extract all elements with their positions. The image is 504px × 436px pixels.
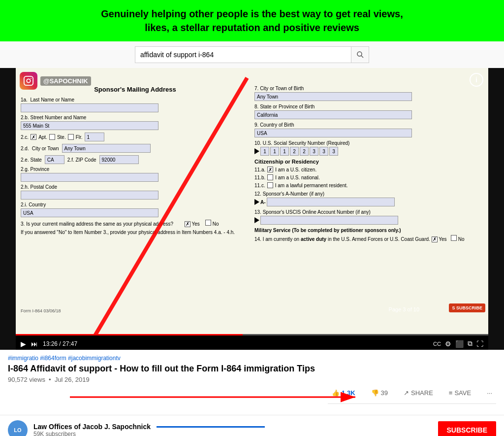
anumber-triangle	[254, 199, 259, 205]
svg-line-1	[361, 56, 363, 58]
perm-resident-checkbox	[267, 182, 273, 188]
insta-handle: @SAPOCHNIK	[40, 76, 91, 86]
military-no-checkbox	[451, 235, 457, 241]
military-label: Military Service (To be completed by pet…	[254, 228, 483, 233]
save-button[interactable]: ≡ SAVE	[445, 387, 475, 399]
play-button[interactable]: ▶	[21, 340, 26, 348]
uscis-triangle	[254, 217, 259, 223]
search-icon	[356, 51, 364, 59]
like-button[interactable]: 👍 1.3K	[328, 387, 359, 399]
video-controls-bar: ▶ ⏭ 13:26 / 27:47 CC ⚙ ⬛ ⧉ ⛶	[16, 337, 488, 350]
progress-bar-container[interactable]	[16, 334, 488, 335]
video-section: @SAPOCHNIK i Sponsor's Mailing Address 1…	[16, 68, 488, 350]
form-left: Sponsor's Mailing Address 1a. Last Name …	[21, 86, 250, 329]
next-button[interactable]: ⏭	[31, 340, 38, 348]
zip-value: 92000	[99, 155, 139, 164]
search-bar-row	[0, 41, 504, 68]
hashtags-top: #immigratio #i864form #jacobimmigrationt…	[8, 355, 496, 362]
theater-button[interactable]: ⬛	[455, 340, 464, 348]
search-input[interactable]	[135, 46, 351, 63]
video-frame: @SAPOCHNIK i Sponsor's Mailing Address 1…	[16, 68, 488, 334]
citizenship-label: Citizenship or Residency	[254, 159, 483, 165]
apt-checkbox: ✗	[31, 134, 36, 140]
no-checkbox	[205, 220, 211, 226]
timestamp: 13:26 / 27:47	[43, 340, 77, 347]
birth-state-value: California	[254, 110, 412, 119]
form-content: Sponsor's Mailing Address 1a. Last Name …	[16, 68, 488, 334]
country-value: USA	[21, 208, 158, 217]
city-value: Any Town	[62, 144, 151, 153]
search-button[interactable]	[351, 46, 369, 63]
page-indicator: Page 3 of 10	[389, 306, 419, 312]
video-title: I-864 Affidavit of support - How to fill…	[8, 364, 496, 374]
state-value: CA	[45, 155, 64, 164]
ssn-boxes: 1 1 1 2 2 3 3 3	[260, 147, 338, 156]
dislike-button[interactable]: 👎 39	[367, 387, 392, 399]
ssn-triangle	[254, 148, 259, 154]
flr-value: 1	[85, 133, 104, 141]
channel-info: LO Law Offices of Jacob J. Sapochnick 59…	[8, 420, 265, 436]
svg-rect-2	[24, 76, 33, 85]
view-count: 90,572 views	[8, 376, 45, 383]
street-value: 555 Main St	[21, 121, 158, 130]
svg-point-3	[27, 79, 30, 82]
channel-subscribers: 59K subscribers	[33, 431, 265, 436]
share-button[interactable]: ↗ SHARE	[400, 387, 437, 399]
settings-button[interactable]: ⚙	[445, 340, 451, 348]
controls-right: CC ⚙ ⬛ ⧉ ⛶	[433, 339, 483, 348]
controls-left: ▶ ⏭ 13:26 / 27:47	[21, 340, 77, 348]
citizen-checkbox: ✗	[267, 167, 273, 172]
form-number: Form I-864 03/06/18	[21, 308, 61, 313]
channel-avatar: LO	[8, 420, 28, 436]
item3-note: If you answered "No" to Item Number 3., …	[21, 229, 250, 235]
national-checkbox	[267, 174, 273, 180]
info-icon[interactable]: i	[470, 73, 483, 87]
birth-city-value: Any Town	[254, 92, 412, 101]
action-row: 👍 1.3K 👎 39 ↗ SHARE ≡ SAVE ···	[328, 387, 496, 404]
channel-name: Law Offices of Jacob J. Sapochnick	[33, 423, 151, 431]
upload-date: Jul 26, 2019	[55, 376, 90, 383]
form-right: 7. City or Town of Birth Any Town 8. Sta…	[254, 86, 483, 329]
fullscreen-button[interactable]: ⛶	[476, 340, 483, 348]
video-info-section: #immigratio #i864form #jacobimmigrationt…	[0, 350, 504, 415]
subscribe-watermark: S SUBSCRIBE	[452, 305, 482, 310]
yes-checkbox: ✗	[185, 221, 190, 227]
svg-point-4	[31, 78, 32, 79]
top-banner: Genuinely helping other people is the be…	[0, 0, 504, 41]
ste-checkbox	[49, 134, 55, 140]
cc-button[interactable]: CC	[433, 341, 441, 347]
subscribe-button[interactable]: SUBSCRIBE	[438, 421, 496, 436]
military-yes-checkbox: ✗	[432, 236, 438, 242]
channel-row: LO Law Offices of Jacob J. Sapochnick 59…	[0, 415, 504, 436]
svg-point-0	[357, 52, 362, 56]
instagram-overlay: @SAPOCHNIK	[20, 72, 91, 90]
more-button[interactable]: ···	[483, 387, 496, 399]
miniplayer-button[interactable]: ⧉	[468, 339, 472, 348]
video-meta: 90,572 views • Jul 26, 2019	[8, 376, 496, 383]
channel-progress-bar	[157, 426, 265, 428]
birth-country-value: USA	[254, 129, 412, 137]
instagram-icon	[20, 72, 37, 90]
flr-checkbox	[68, 134, 74, 140]
progress-bar-fill	[16, 334, 243, 335]
